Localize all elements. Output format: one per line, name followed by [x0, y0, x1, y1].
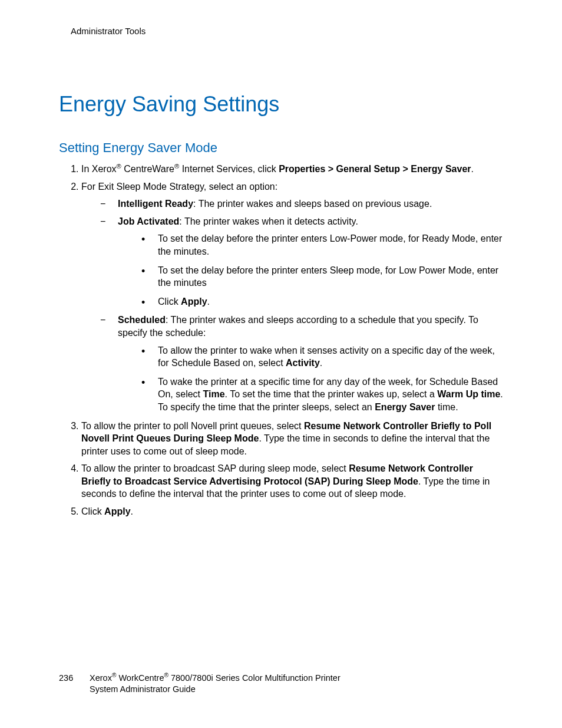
options-list: Intelligent Ready: The printer wakes and…	[81, 197, 503, 413]
step-5: Click Apply.	[81, 505, 503, 518]
steps-list: In Xerox® CentreWare® Internet Services,…	[59, 163, 503, 518]
page-title: Energy Saving Settings	[59, 92, 503, 117]
list-item: Click Apply.	[141, 295, 503, 308]
list-item: To wake the printer at a specific time f…	[141, 375, 503, 414]
page-footer: 236Xerox® WorkCentre® 7800/7800i Series …	[59, 673, 340, 696]
step-3: To allow the printer to poll Novell prin…	[81, 420, 503, 458]
footer-line2: System Administrator Guide	[90, 684, 196, 694]
step-1: In Xerox® CentreWare® Internet Services,…	[81, 163, 503, 176]
option-intelligent-ready: Intelligent Ready: The printer wakes and…	[100, 197, 503, 210]
step-4: To allow the printer to broadcast SAP du…	[81, 462, 503, 500]
sub-list: To set the delay before the printer ente…	[118, 232, 503, 308]
option-scheduled: Scheduled: The printer wakes and sleeps …	[100, 314, 503, 413]
option-job-activated: Job Activated: The printer wakes when it…	[100, 215, 503, 308]
sub-list: To allow the printer to wake when it sen…	[118, 344, 503, 414]
section-heading: Setting Energy Saver Mode	[59, 140, 503, 156]
list-item: To allow the printer to wake when it sen…	[141, 344, 503, 370]
page-number: 236	[59, 673, 90, 684]
step-2: For Exit Sleep Mode Strategy, select an …	[81, 180, 503, 414]
list-item: To set the delay before the printer ente…	[141, 264, 503, 289]
running-header: Administrator Tools	[71, 26, 503, 36]
list-item: To set the delay before the printer ente…	[141, 232, 503, 258]
